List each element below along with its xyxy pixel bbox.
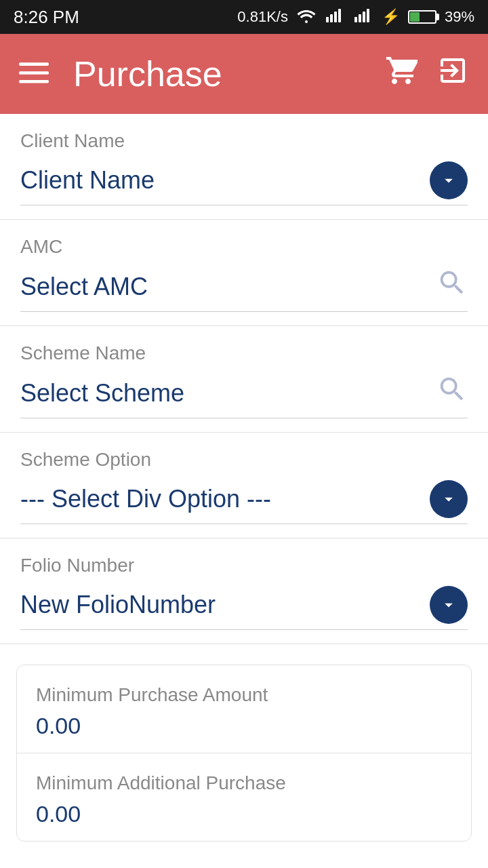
svg-rect-3 (338, 9, 341, 22)
client-name-value: Client Name (20, 166, 155, 195)
svg-rect-2 (334, 12, 337, 22)
menu-icon[interactable] (19, 58, 49, 90)
info-card: Minimum Purchase Amount 0.00 Minimum Add… (16, 665, 472, 842)
scheme-name-value: Select Scheme (20, 379, 184, 408)
client-name-row[interactable]: Client Name (20, 161, 468, 205)
folio-number-label: Folio Number (20, 555, 468, 576)
min-purchase-row: Minimum Purchase Amount 0.00 (17, 665, 471, 753)
svg-rect-9 (19, 71, 49, 75)
folio-number-row[interactable]: New FolioNumber (20, 586, 468, 630)
min-additional-value: 0.00 (36, 801, 452, 827)
status-indicators: 0.81K/s ⚡ (237, 7, 474, 28)
svg-rect-7 (367, 9, 369, 22)
header-actions (385, 54, 469, 94)
network-speed: 0.81K/s (237, 8, 288, 26)
min-purchase-label: Minimum Purchase Amount (36, 684, 452, 706)
svg-rect-0 (326, 17, 329, 22)
battery-icon (408, 10, 436, 24)
scheme-name-section: Scheme Name Select Scheme (0, 326, 488, 433)
app-header: Purchase (0, 34, 488, 114)
amc-search-icon[interactable] (436, 267, 468, 306)
folio-number-value: New FolioNumber (20, 591, 216, 619)
client-name-label: Client Name (20, 130, 468, 152)
scheme-option-dropdown[interactable] (430, 480, 468, 518)
min-purchase-value: 0.00 (36, 713, 452, 739)
client-name-dropdown[interactable] (430, 161, 468, 199)
page-title: Purchase (73, 54, 222, 94)
amc-label: AMC (20, 236, 468, 258)
folio-number-dropdown[interactable] (430, 586, 468, 624)
amount-section: Amount to be invested (0, 862, 488, 868)
signal-icon-1 (325, 7, 345, 26)
amc-section: AMC Select AMC (0, 220, 488, 326)
main-content: Client Name Client Name AMC Select AMC S… (0, 114, 488, 868)
charging-icon: ⚡ (382, 8, 400, 26)
battery-percent: 39% (445, 8, 474, 26)
amc-row[interactable]: Select AMC (20, 267, 468, 312)
status-time: 8:26 PM (14, 7, 79, 28)
svg-rect-8 (19, 62, 49, 66)
amc-value: Select AMC (20, 273, 148, 301)
client-name-section: Client Name Client Name (0, 114, 488, 220)
folio-number-section: Folio Number New FolioNumber (0, 538, 488, 644)
status-bar: 8:26 PM 0.81K/s (0, 0, 488, 34)
wifi-icon (296, 7, 317, 28)
scheme-name-label: Scheme Name (20, 342, 468, 364)
min-additional-row: Minimum Additional Purchase 0.00 (17, 753, 471, 841)
scheme-option-label: Scheme Option (20, 449, 468, 471)
cart-icon[interactable] (385, 54, 418, 94)
logout-icon[interactable] (436, 54, 469, 94)
svg-rect-4 (354, 17, 357, 22)
signal-icon-2 (353, 7, 373, 26)
scheme-search-icon[interactable] (436, 374, 468, 412)
svg-rect-1 (330, 14, 333, 22)
scheme-option-section: Scheme Option --- Select Div Option --- (0, 433, 488, 538)
svg-rect-10 (19, 80, 49, 83)
scheme-option-value: --- Select Div Option --- (20, 485, 271, 513)
svg-rect-6 (363, 12, 365, 22)
scheme-option-row[interactable]: --- Select Div Option --- (20, 480, 468, 524)
min-additional-label: Minimum Additional Purchase (36, 772, 452, 794)
svg-rect-5 (359, 14, 361, 22)
scheme-name-row[interactable]: Select Scheme (20, 374, 468, 418)
